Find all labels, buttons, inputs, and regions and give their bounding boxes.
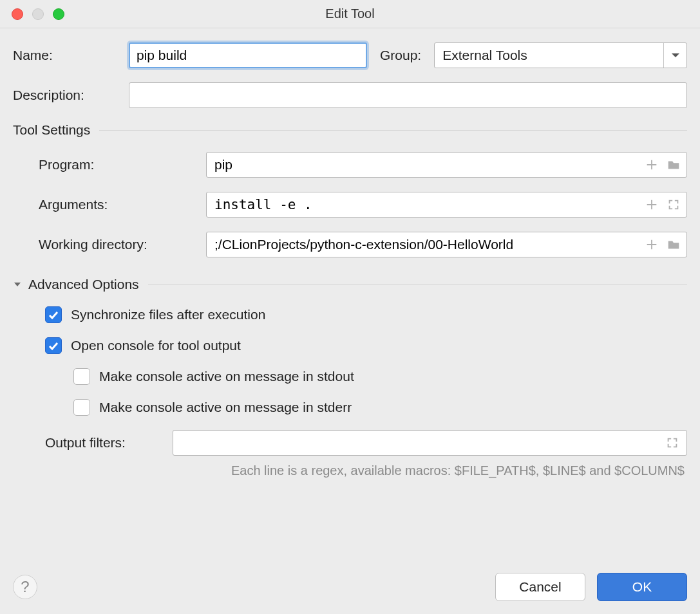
window-title: Edit Tool [0,6,700,21]
edit-tool-window: Edit Tool Name: Group: External Tools De… [0,0,700,614]
workdir-label: Working directory: [39,237,206,252]
arguments-field[interactable] [214,197,640,212]
open-console-checkbox[interactable] [45,337,62,354]
stdout-checkbox[interactable] [73,368,90,385]
description-label: Description: [13,88,129,103]
group-label: Group: [380,48,421,63]
footer: ? Cancel OK [0,573,700,614]
sync-checkbox-row: Synchronize files after execution [45,306,687,323]
stderr-label: Make console active on message in stderr [99,400,352,415]
cancel-button[interactable]: Cancel [495,573,585,601]
output-filters-label: Output filters: [39,435,173,451]
arguments-label: Arguments: [39,197,206,212]
folder-icon[interactable] [666,237,681,252]
name-row: Name: Group: External Tools [13,42,687,68]
name-field[interactable] [129,42,367,68]
output-filters-field-wrap [173,430,687,456]
plus-icon[interactable] [644,157,659,172]
workdir-row: Working directory: [39,232,687,257]
advanced-block: Synchronize files after execution Open c… [13,306,687,478]
group-combobox[interactable]: External Tools [434,42,687,68]
expand-icon[interactable] [666,197,681,212]
open-console-label: Open console for tool output [71,338,241,353]
help-button[interactable]: ? [13,575,37,599]
output-filters-hint: Each line is a regex, available macros: … [45,456,687,478]
description-row: Description: [13,82,687,108]
workdir-field[interactable] [214,237,640,252]
plus-icon[interactable] [644,197,659,212]
program-row: Program: [39,152,687,178]
open-console-checkbox-row: Open console for tool output [45,337,687,354]
titlebar: Edit Tool [0,0,700,28]
ok-button[interactable]: OK [597,573,687,601]
folder-icon[interactable] [666,157,681,172]
stderr-checkbox[interactable] [73,399,90,416]
divider [99,130,687,131]
divider [148,284,687,285]
disclosure-triangle-icon [13,277,22,292]
plus-icon[interactable] [644,237,659,252]
sync-label: Synchronize files after execution [71,307,265,322]
program-label: Program: [39,157,206,172]
advanced-header[interactable]: Advanced Options [13,277,687,292]
chevron-down-icon[interactable] [663,43,686,68]
workdir-field-wrap [206,232,687,257]
stdout-label: Make console active on message in stdout [99,369,354,384]
output-filters-field[interactable] [180,435,665,451]
description-field[interactable] [129,82,687,108]
arguments-field-wrap [206,192,687,218]
tool-settings-grid: Program: Arguments: [13,152,687,257]
name-label: Name: [13,48,129,63]
program-field-wrap [206,152,687,178]
tool-settings-header: Tool Settings [13,122,687,138]
expand-icon[interactable] [665,435,680,451]
group-value: External Tools [435,48,663,63]
sync-checkbox[interactable] [45,306,62,323]
advanced-label: Advanced Options [28,277,139,292]
stderr-checkbox-row: Make console active on message in stderr [45,399,687,416]
tool-settings-label: Tool Settings [13,122,90,138]
output-filters-row: Output filters: [45,430,687,456]
content-area: Name: Group: External Tools Description:… [0,28,700,478]
arguments-row: Arguments: [39,192,687,218]
program-field[interactable] [214,157,640,172]
stdout-checkbox-row: Make console active on message in stdout [45,368,687,385]
